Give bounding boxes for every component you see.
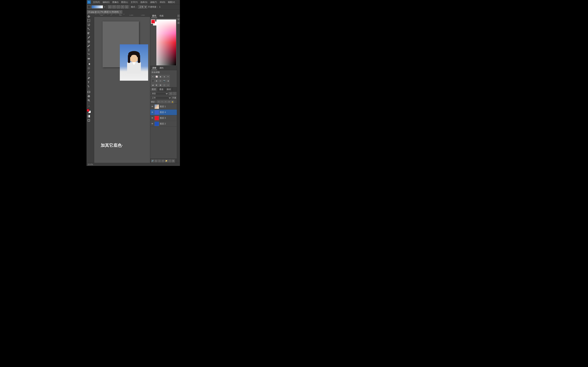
color-tab[interactable]: 颜色	[151, 14, 157, 18]
adjustments-tab[interactable]: 调整	[151, 66, 157, 70]
screen-mode-tool[interactable]	[87, 118, 91, 122]
layer-fx-icon[interactable]: fx	[155, 159, 157, 162]
layer-filter-select[interactable]: 类型	[151, 92, 168, 95]
spot-healing-tool[interactable]	[87, 40, 91, 44]
layers-tab[interactable]: 图层	[150, 87, 158, 91]
blur-tool[interactable]	[87, 66, 91, 70]
gradient-tool[interactable]	[87, 62, 91, 66]
threshold-icon[interactable]: ◧	[155, 83, 158, 87]
layer-adjustment-icon[interactable]: ⊕	[161, 159, 164, 162]
collapse-btn-3[interactable]: ▶	[177, 21, 180, 24]
zoom-tool[interactable]	[87, 99, 91, 102]
lock-transparent-icon[interactable]: ⊡	[157, 100, 160, 103]
marquee-tool[interactable]	[87, 19, 91, 23]
quick-mask-tool[interactable]	[87, 114, 91, 118]
menu-filter[interactable]: 滤镜(T)	[149, 0, 158, 4]
layer-row-3[interactable]: 👁 图层 3	[150, 115, 177, 121]
layer-row-2[interactable]: 👁 图层 2	[150, 121, 177, 127]
layer-row-4[interactable]: 👁 图层 4	[150, 109, 177, 115]
rect-exclude-icon[interactable]: ◻	[125, 5, 129, 8]
invert-icon[interactable]: ◑	[166, 79, 170, 83]
photo-filter-icon[interactable]: ◉	[155, 79, 158, 83]
curves-icon[interactable]: 📈	[155, 75, 158, 78]
layer-group-icon[interactable]: 📁	[165, 159, 168, 162]
filter-icon-2[interactable]: ○	[173, 92, 176, 95]
type-tool[interactable]: T	[87, 80, 91, 84]
channel-mixer-icon[interactable]: ⊡	[159, 79, 162, 83]
rect-mode-icon[interactable]: ▭	[108, 5, 112, 8]
brightness-icon[interactable]: ☀	[151, 75, 155, 78]
properties-tab[interactable]: 属性	[159, 66, 164, 70]
hsl-icon[interactable]: ✦	[166, 75, 170, 78]
channels-tab[interactable]: 通道	[158, 87, 165, 91]
filter-icon-1[interactable]: ⊡	[169, 92, 172, 95]
overlay-text: 加其它底色·	[101, 142, 123, 148]
menu-image[interactable]: 图像(I)	[111, 0, 120, 4]
layer-4-visibility[interactable]: 👁	[151, 111, 154, 114]
menu-3d[interactable]: 3D(D)	[158, 0, 166, 4]
lasso-tool[interactable]	[87, 23, 91, 27]
exposure-icon[interactable]: ▣	[159, 75, 162, 78]
menu-view[interactable]: 视图(V)	[167, 0, 176, 4]
tab-close-button[interactable]: ×	[120, 11, 121, 13]
layer-new-icon[interactable]: +	[168, 159, 171, 162]
color-lookup-icon[interactable]: 📷	[163, 79, 166, 83]
foreground-swatch[interactable]	[151, 19, 155, 24]
hand-tool[interactable]	[87, 94, 91, 98]
svg-point-12	[89, 72, 90, 72]
magic-wand-tool[interactable]	[87, 27, 91, 31]
lock-artboard-icon[interactable]: ⊞	[167, 100, 171, 103]
layer-3-visibility[interactable]: 👁	[151, 117, 154, 119]
paths-tab[interactable]: 路径	[165, 87, 173, 91]
layer-mask-icon[interactable]: ◻	[158, 159, 161, 162]
lock-position-icon[interactable]: ✛	[164, 100, 167, 103]
menu-layer[interactable]: 图层(L)	[120, 0, 129, 4]
color-spectrum[interactable]	[156, 19, 176, 65]
rect-tool-outline[interactable]	[87, 5, 91, 8]
more-adj-icon[interactable]: ▭	[166, 83, 170, 87]
layer-1-visibility[interactable]: 👁	[151, 105, 154, 108]
document-tab[interactable]: 21.jpg @ 11.7% (图层 4, RGB/8) ×	[86, 10, 123, 14]
layer-row-1[interactable]: 👁 图层 1	[150, 104, 177, 109]
history-brush-tool[interactable]	[87, 52, 91, 56]
menu-type[interactable]: 文字(Y)	[130, 0, 139, 4]
rect-add-icon[interactable]: +	[112, 5, 116, 8]
bw-icon[interactable]: ⬛	[151, 79, 155, 83]
eyedropper-tool[interactable]	[87, 35, 91, 39]
swatches-tab[interactable]: 色板	[159, 14, 164, 17]
crop-tool[interactable]	[87, 31, 91, 35]
fg-bg-colors[interactable]	[87, 109, 91, 113]
selective-color-icon[interactable]: ◫	[163, 83, 166, 87]
menu-edit[interactable]: 编辑(E)	[102, 0, 111, 4]
lock-all-icon[interactable]: 🔒	[171, 100, 174, 103]
foreground-color[interactable]	[87, 109, 89, 112]
gradient-picker[interactable]	[92, 5, 103, 8]
pen-tool[interactable]	[87, 76, 91, 80]
rect-intersect-icon[interactable]: ×	[121, 5, 124, 8]
brush-tool[interactable]	[87, 44, 91, 48]
eraser-tool[interactable]	[87, 57, 91, 60]
gradient-map-icon[interactable]: ▦	[159, 83, 162, 87]
menu-select[interactable]: 选择(S)	[139, 0, 148, 4]
rect-subtract-icon[interactable]: –	[117, 5, 120, 8]
lock-pixels-icon[interactable]: ✏	[161, 100, 164, 103]
blend-mode-select[interactable]: 正常	[138, 5, 147, 8]
menu-file[interactable]: 文件(F)	[92, 0, 101, 4]
clone-stamp-tool[interactable]	[87, 48, 91, 52]
vibrance-icon[interactable]: ◈	[163, 75, 166, 78]
layer-mode-select[interactable]: 正常	[151, 96, 172, 100]
saturation-overlay	[156, 19, 176, 65]
path-selection-tool[interactable]	[87, 84, 91, 88]
move-tool[interactable]	[87, 15, 91, 18]
dodge-tool[interactable]	[87, 71, 91, 74]
more-tools[interactable]: ···	[87, 104, 91, 108]
rectangle-shape-tool[interactable]	[87, 90, 91, 94]
layer-delete-icon[interactable]: 🗑	[172, 159, 175, 162]
posterize-icon[interactable]: ◪	[151, 83, 155, 87]
canvas-document[interactable]: 加其它底色·	[95, 17, 150, 160]
layer-2-visibility[interactable]: 👁	[151, 123, 154, 125]
collapse-btn-2[interactable]: ▶	[177, 18, 180, 21]
layer-link-icon[interactable]: 🔗	[151, 159, 154, 162]
collapse-btn-1[interactable]: ≡	[177, 15, 180, 17]
gradient-arrow[interactable]: ▼	[104, 6, 106, 8]
